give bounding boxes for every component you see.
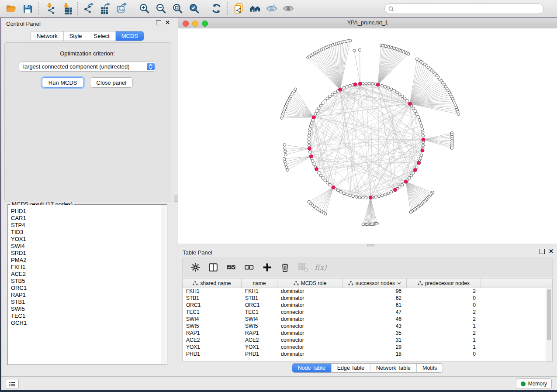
column-header-MCDS-role[interactable]: MCDS role <box>277 279 343 288</box>
result-node-item[interactable]: ORC1 <box>11 285 166 292</box>
result-list-scrollbar[interactable] <box>161 205 166 364</box>
table-cell: 2 <box>407 288 481 294</box>
zoom-in-button[interactable] <box>136 1 152 16</box>
zoom-selected-button[interactable] <box>186 1 202 16</box>
table-row[interactable]: TEC1TEC1connector472 <box>183 309 546 316</box>
network-window-titlebar[interactable]: YPA_prune.txt_1 <box>178 18 557 28</box>
result-node-item[interactable]: TEC1 <box>11 313 166 320</box>
table-cell: 1 <box>407 344 481 350</box>
float-panel-icon[interactable] <box>156 20 161 25</box>
tab-network[interactable]: Network <box>31 31 63 41</box>
result-node-item[interactable]: RAP1 <box>11 292 166 299</box>
table-panel-tabs: Node TableEdge TableNetwork TableMotifs <box>292 363 443 373</box>
mcds-result-list[interactable]: PHD1CAR1STP4TID3YOX1SWI4SRD1PMA2FKH1ACE2… <box>8 205 166 364</box>
result-node-item[interactable]: CAR1 <box>11 215 166 222</box>
zoom-out-button[interactable] <box>152 1 169 16</box>
zoom-fit-button[interactable] <box>169 1 186 16</box>
close-panel-icon[interactable]: ✕ <box>165 21 170 25</box>
table-cell: 62 <box>343 295 407 301</box>
window-close-icon[interactable] <box>183 21 189 27</box>
result-node-item[interactable]: STP4 <box>11 222 166 229</box>
home-networks-button[interactable] <box>247 1 263 16</box>
result-node-item[interactable]: YOX1 <box>11 236 166 243</box>
tab-network-table[interactable]: Network Table <box>370 364 416 372</box>
table-scrollbar[interactable] <box>546 288 552 361</box>
clone-network-button[interactable] <box>230 1 247 16</box>
tab-edge-table[interactable]: Edge Table <box>331 364 370 372</box>
table-row[interactable]: YOX1YOX1connector291 <box>183 344 546 351</box>
column-header-predecessor-nodes[interactable]: predecessor nodes <box>407 279 481 288</box>
table-cell: ORC1 <box>242 302 277 308</box>
result-node-item[interactable]: SWI5 <box>11 306 166 313</box>
table-cell: dominator <box>277 302 343 308</box>
show-visibility-button[interactable] <box>280 1 297 16</box>
window-zoom-icon[interactable] <box>202 21 208 27</box>
memory-button[interactable]: Memory <box>516 378 552 389</box>
table-row[interactable]: SWI5SWI5connector431 <box>183 323 546 330</box>
table-cell: STB1 <box>242 295 277 301</box>
split-columns-icon[interactable] <box>208 262 219 273</box>
tab-style[interactable]: Style <box>63 31 88 41</box>
vertical-splitter[interactable] <box>173 18 178 376</box>
column-header-shared-name[interactable]: shared name <box>183 279 242 288</box>
delete-row-icon[interactable] <box>279 262 291 273</box>
result-node-item[interactable]: FKH1 <box>11 264 166 271</box>
tab-select[interactable]: Select <box>88 31 115 41</box>
tab-node-table[interactable]: Node Table <box>292 364 331 372</box>
horizontal-splitter[interactable] <box>178 244 557 247</box>
run-mcds-button[interactable]: Run MCDS <box>42 77 84 88</box>
select-all-icon[interactable] <box>225 262 237 273</box>
save-button[interactable] <box>19 1 36 16</box>
table-cell: RAP1 <box>242 330 277 336</box>
result-node-item[interactable]: STB5 <box>11 278 166 285</box>
result-node-item[interactable]: GCR1 <box>11 320 166 327</box>
export-image-button[interactable] <box>114 1 130 16</box>
hide-visibility-button[interactable] <box>263 1 280 16</box>
table-row[interactable]: FKH1FKH1dominator962 <box>183 288 546 295</box>
table-row[interactable]: ACE2ACE2connector311 <box>183 337 546 344</box>
network-graph[interactable] <box>178 28 557 244</box>
table-row[interactable]: PHD1PHD1dominator180 <box>183 351 546 358</box>
window-minimize-icon[interactable] <box>192 21 198 27</box>
search-field[interactable] <box>384 3 544 14</box>
table-row[interactable]: ORC1ORC1dominator610 <box>183 302 546 309</box>
result-node-item[interactable]: SWI4 <box>11 243 166 250</box>
export-table-button[interactable] <box>97 1 114 16</box>
settings-icon[interactable] <box>190 262 201 273</box>
float-panel-icon[interactable] <box>540 249 545 254</box>
result-node-item[interactable]: STB1 <box>11 299 166 306</box>
deselect-all-icon[interactable] <box>243 262 255 273</box>
result-node-item[interactable]: SRD1 <box>11 250 166 257</box>
close-panel-icon[interactable]: ✕ <box>549 249 554 254</box>
tab-motifs[interactable]: Motifs <box>416 364 443 372</box>
table-row[interactable]: SWI4SWI4dominator462 <box>183 316 546 323</box>
refresh-button[interactable] <box>208 1 225 16</box>
column-header-name[interactable]: name <box>242 279 277 288</box>
table-row[interactable]: STB1STB1dominator620 <box>183 295 546 302</box>
table-cell: SWI4 <box>183 316 242 322</box>
import-table-icon <box>61 3 73 14</box>
import-network-button[interactable] <box>42 1 58 16</box>
task-history-button[interactable] <box>6 379 19 389</box>
criterion-select[interactable]: largest connected component (undirected) <box>19 62 156 72</box>
open-button[interactable] <box>3 1 19 16</box>
import-table-button[interactable] <box>58 1 75 16</box>
splitter-grip[interactable] <box>174 195 178 202</box>
result-node-item[interactable]: ACE2 <box>11 271 166 278</box>
search-input[interactable] <box>396 5 543 13</box>
export-network-button[interactable] <box>80 1 97 16</box>
table-row[interactable]: RAP1RAP1dominator352 <box>183 330 546 337</box>
result-node-item[interactable]: TID3 <box>11 229 166 236</box>
table-cell: TEC1 <box>183 309 242 315</box>
table-cell: connector <box>277 337 343 343</box>
scrollbar-thumb[interactable] <box>547 289 551 340</box>
table-cell: 61 <box>343 302 407 308</box>
result-node-item[interactable]: PHD1 <box>11 208 166 215</box>
add-row-icon[interactable] <box>261 262 273 273</box>
result-node-item[interactable]: PMA2 <box>11 257 166 264</box>
close-panel-button[interactable]: Close panel <box>90 77 133 88</box>
tab-mcds[interactable]: MCDS <box>115 31 144 41</box>
network-canvas[interactable] <box>178 28 557 244</box>
control-panel-tabs: NetworkStyleSelectMCDS <box>31 31 144 41</box>
column-header-successor-nodes[interactable]: successor nodes <box>343 279 407 288</box>
